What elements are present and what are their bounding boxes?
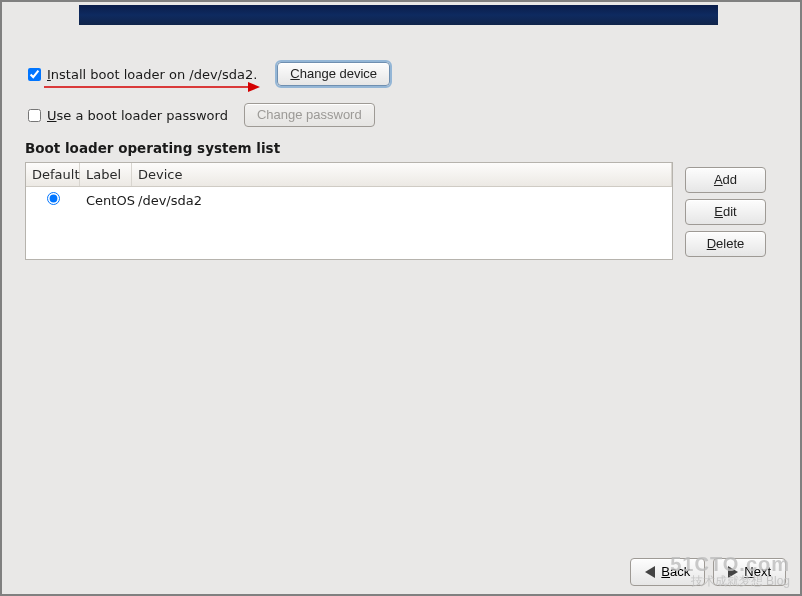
os-list-table: Default Label Device CentOS /dev/sda2: [25, 162, 673, 260]
os-device-cell: /dev/sda2: [132, 193, 672, 208]
col-device[interactable]: Device: [132, 163, 672, 186]
install-bootloader-checkbox[interactable]: [28, 68, 41, 81]
wizard-nav: Back Next: [0, 558, 802, 586]
col-default[interactable]: Default: [26, 163, 80, 186]
window-border: [0, 0, 802, 596]
next-button[interactable]: Next: [713, 558, 786, 586]
change-password-button: Change password: [244, 103, 375, 127]
install-bootloader-row: Install boot loader on /dev/sda2. Change…: [28, 62, 390, 86]
default-radio-cell: [26, 192, 80, 208]
edit-button[interactable]: Edit: [685, 199, 766, 225]
use-password-checkbox[interactable]: [28, 109, 41, 122]
header-banner: [79, 5, 718, 25]
delete-button[interactable]: Delete: [685, 231, 766, 257]
arrow-right-icon: [728, 566, 738, 578]
change-device-button[interactable]: Change device: [277, 62, 390, 86]
os-list-header: Default Label Device: [26, 163, 672, 187]
default-os-radio[interactable]: [47, 192, 60, 205]
back-button[interactable]: Back: [630, 558, 705, 586]
table-row[interactable]: CentOS /dev/sda2: [26, 187, 672, 211]
install-bootloader-label: Install boot loader on /dev/sda2.: [47, 67, 257, 82]
os-list-title: Boot loader operating system list: [25, 140, 280, 156]
add-button[interactable]: Add: [685, 167, 766, 193]
os-list-actions: Add Edit Delete: [685, 167, 766, 257]
use-password-label: Use a boot loader password: [47, 108, 228, 123]
col-label[interactable]: Label: [80, 163, 132, 186]
bootloader-password-row: Use a boot loader password Change passwo…: [28, 103, 375, 127]
arrow-left-icon: [645, 566, 655, 578]
os-label-cell: CentOS: [80, 193, 132, 208]
